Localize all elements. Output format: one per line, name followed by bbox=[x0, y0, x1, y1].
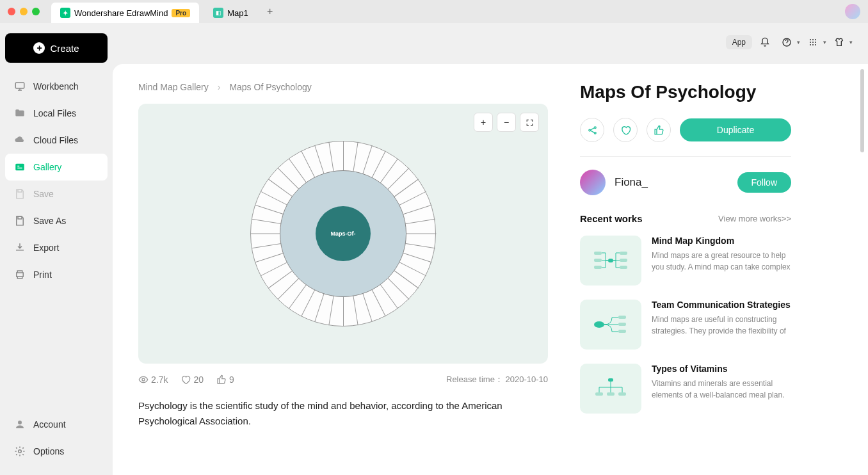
svg-point-28 bbox=[594, 321, 604, 328]
close-window-button[interactable] bbox=[8, 8, 15, 15]
action-row: Duplicate bbox=[580, 118, 791, 142]
svg-point-16 bbox=[815, 44, 816, 45]
svg-point-8 bbox=[810, 39, 811, 40]
work-description: Mind maps are a great resource to help y… bbox=[652, 250, 791, 273]
work-card[interactable]: Team Communication StrategiesMind maps a… bbox=[580, 300, 791, 350]
sidebar-item-print[interactable]: Print bbox=[5, 261, 108, 288]
theme-menu[interactable]: ▾ bbox=[830, 33, 853, 51]
tab-map1[interactable]: ◧ Map1 bbox=[204, 3, 257, 23]
svg-point-19 bbox=[594, 126, 596, 128]
like-button[interactable] bbox=[647, 118, 671, 142]
svg-point-12 bbox=[812, 42, 814, 43]
sidebar-item-label: Account bbox=[33, 419, 66, 430]
workbench-icon bbox=[14, 81, 26, 92]
sidebar-item-account[interactable]: Account bbox=[5, 411, 108, 438]
eye-icon bbox=[138, 374, 149, 385]
work-card[interactable]: Mind Map KingdomMind maps are a great re… bbox=[580, 236, 791, 286]
sidebar-item-cloud-files[interactable]: Cloud Files bbox=[5, 127, 108, 154]
author-avatar[interactable] bbox=[580, 170, 606, 195]
sidebar-item-local-files[interactable]: Local Files bbox=[5, 100, 108, 127]
work-description: Mind maps are useful in constructing str… bbox=[652, 314, 791, 337]
titlebar: ✦ Wondershare EdrawMind Pro ◧ Map1 + bbox=[0, 0, 868, 23]
svg-rect-32 bbox=[608, 378, 613, 382]
sidebar-item-label: Options bbox=[33, 446, 64, 456]
sidebar-item-label: Local Files bbox=[33, 108, 76, 118]
svg-rect-31 bbox=[618, 330, 626, 333]
help-menu[interactable]: ▾ bbox=[778, 33, 800, 51]
sidebar-item-save: Save bbox=[5, 181, 108, 207]
svg-point-13 bbox=[815, 42, 816, 43]
work-title: Team Communication Strategies bbox=[652, 300, 791, 310]
svg-rect-0 bbox=[15, 83, 24, 88]
sidebar-item-label: Print bbox=[33, 270, 52, 280]
print-icon bbox=[14, 269, 26, 280]
breadcrumb-root[interactable]: Mind Map Gallery bbox=[138, 82, 209, 92]
gear-icon bbox=[14, 446, 26, 457]
folder-icon bbox=[14, 108, 26, 119]
svg-point-20 bbox=[594, 132, 596, 134]
duplicate-button[interactable]: Duplicate bbox=[680, 118, 791, 141]
work-thumbnail bbox=[580, 300, 641, 350]
window-controls bbox=[8, 8, 40, 15]
svg-rect-26 bbox=[620, 259, 627, 262]
chevron-down-icon: ▾ bbox=[797, 39, 800, 45]
author-name[interactable]: Fiona_ bbox=[615, 176, 648, 189]
svg-rect-24 bbox=[594, 266, 602, 269]
new-tab-button[interactable]: + bbox=[262, 4, 278, 19]
svg-rect-27 bbox=[620, 266, 627, 269]
likes-stat: 20 bbox=[181, 374, 204, 385]
description: Psychology is the scientific study of th… bbox=[138, 398, 548, 429]
app-chip[interactable]: App bbox=[726, 35, 752, 49]
svg-point-6 bbox=[19, 450, 22, 453]
sidebar-item-gallery[interactable]: Gallery bbox=[5, 154, 108, 181]
sidebar-item-label: Save As bbox=[33, 216, 66, 226]
sidebar-item-export[interactable]: Export bbox=[5, 234, 108, 261]
work-thumbnail bbox=[580, 364, 641, 414]
svg-point-5 bbox=[18, 421, 22, 424]
apps-menu[interactable]: ▾ bbox=[804, 33, 826, 51]
map-file-icon: ◧ bbox=[213, 8, 223, 18]
maximize-window-button[interactable] bbox=[32, 8, 40, 15]
svg-rect-25 bbox=[620, 252, 627, 255]
create-label: Create bbox=[50, 43, 79, 54]
svg-point-15 bbox=[812, 44, 814, 45]
work-card[interactable]: Types of VitaminsVitamins and minerals a… bbox=[580, 364, 791, 414]
svg-rect-29 bbox=[618, 316, 626, 319]
breadcrumb-current: Maps Of Psychology bbox=[229, 82, 311, 92]
export-icon bbox=[14, 242, 26, 254]
views-stat: 2.7k bbox=[138, 374, 168, 385]
share-button[interactable] bbox=[580, 118, 604, 142]
create-button[interactable]: + Create bbox=[5, 33, 108, 63]
edrawmind-icon: ✦ bbox=[60, 8, 70, 18]
tab-edrawmind[interactable]: ✦ Wondershare EdrawMind Pro bbox=[51, 3, 199, 23]
scrollbar[interactable] bbox=[860, 69, 864, 152]
work-thumbnail bbox=[580, 236, 641, 286]
chevron-down-icon: ▾ bbox=[849, 39, 853, 45]
cloud-icon bbox=[14, 134, 26, 146]
zoom-in-button[interactable]: + bbox=[474, 113, 493, 132]
sidebar-item-options[interactable]: Options bbox=[5, 438, 108, 465]
follow-button[interactable]: Follow bbox=[737, 172, 791, 193]
svg-rect-22 bbox=[594, 252, 602, 255]
help-icon bbox=[778, 33, 796, 51]
svg-point-11 bbox=[810, 42, 811, 43]
sidebar-item-save-as[interactable]: Save As bbox=[5, 207, 108, 234]
grid-icon bbox=[804, 33, 822, 51]
work-title: Mind Map Kingdom bbox=[652, 236, 791, 246]
sidebar-item-label: Save bbox=[33, 189, 54, 199]
stats-row: 2.7k 20 9 Release time： 2020-10-10 bbox=[138, 374, 548, 385]
diagram-center: Maps-Of- bbox=[316, 206, 371, 261]
zoom-out-button[interactable]: − bbox=[497, 113, 516, 132]
mindmap-preview[interactable]: + − Maps-Of- bbox=[138, 104, 548, 364]
release-time: Release time： 2020-10-10 bbox=[446, 374, 548, 385]
svg-point-10 bbox=[815, 39, 816, 40]
minimize-window-button[interactable] bbox=[20, 8, 28, 15]
notifications-button[interactable] bbox=[756, 33, 774, 51]
chevron-down-icon: ▾ bbox=[823, 39, 826, 45]
favorite-button[interactable] bbox=[613, 118, 638, 142]
recent-works-heading: Recent works bbox=[580, 213, 643, 224]
user-avatar[interactable] bbox=[845, 4, 860, 19]
sidebar-item-workbench[interactable]: Workbench bbox=[5, 73, 108, 100]
fullscreen-button[interactable] bbox=[520, 113, 539, 132]
view-more-link[interactable]: View more works>> bbox=[718, 214, 791, 223]
